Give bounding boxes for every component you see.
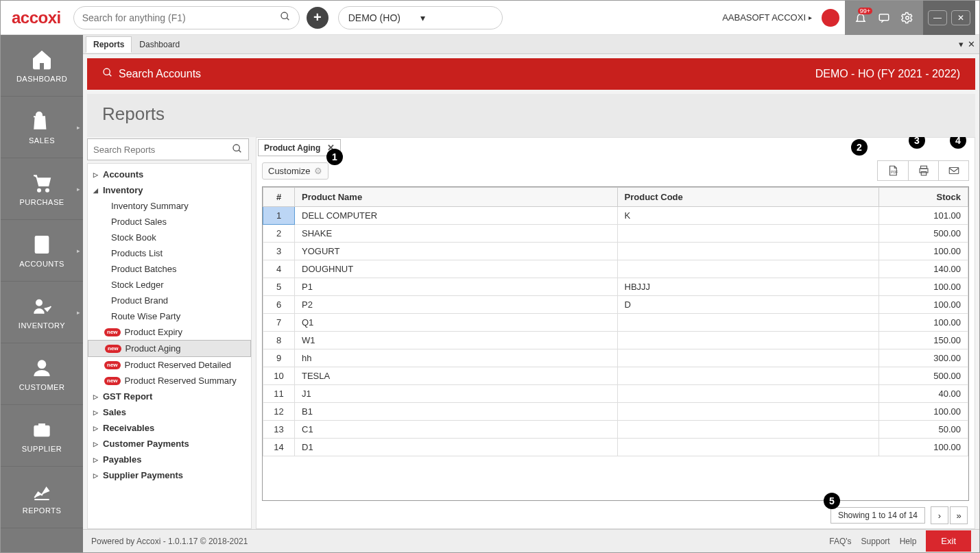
report-tab-label: Product Aging: [264, 143, 320, 153]
svg-point-12: [41, 248, 43, 250]
pager-last-button[interactable]: »: [950, 506, 968, 524]
tree-group[interactable]: ▷Customer Payments: [88, 436, 251, 452]
tree-item[interactable]: newProduct Reserved Summary: [88, 373, 251, 389]
tree-group[interactable]: ▷Receivables: [88, 420, 251, 436]
footer-help-link[interactable]: Help: [900, 537, 917, 546]
col-product-name[interactable]: Product Name: [295, 188, 618, 207]
nav-supplier[interactable]: SUPPLIER: [1, 405, 83, 467]
table-row[interactable]: 13C150.00: [263, 421, 968, 439]
tree-item[interactable]: Product Sales: [88, 214, 251, 230]
footer-faqs-link[interactable]: FAQ's: [829, 537, 851, 546]
tree-item[interactable]: newProduct Expiry: [88, 324, 251, 340]
tab-reports[interactable]: Reports: [86, 36, 132, 53]
svg-point-0: [281, 12, 287, 19]
banner-title[interactable]: Search Accounts: [119, 68, 201, 80]
nav-reports[interactable]: REPORTS: [1, 467, 83, 528]
tree-group[interactable]: ▷Accounts: [88, 167, 251, 182]
tree-group[interactable]: ▷GST Report: [88, 389, 251, 404]
tree-item[interactable]: Products List: [88, 245, 251, 261]
pager: 5 Showing 1 to 14 of 14 › »: [256, 502, 975, 528]
nav-inventory[interactable]: INVENTORY ▸: [1, 282, 83, 343]
cell-stock: 40.00: [879, 385, 968, 403]
footer-support-link[interactable]: Support: [861, 537, 890, 546]
tab-dashboard[interactable]: Dashboard: [132, 36, 187, 53]
tree-item[interactable]: newProduct Reserved Detailed: [88, 357, 251, 373]
col-product-code[interactable]: Product Code: [617, 188, 879, 207]
chevron-right-icon: ▸: [77, 309, 80, 316]
email-button[interactable]: [938, 161, 968, 180]
col-stock[interactable]: Stock: [879, 188, 968, 207]
tree-item[interactable]: Inventory Summary: [88, 198, 251, 214]
nav-purchase[interactable]: PURCHASE ▸: [1, 158, 83, 220]
table-row[interactable]: 8W1150.00: [263, 332, 968, 349]
table-row[interactable]: 5P1HBJJJ100.00: [263, 278, 968, 296]
customize-label: Customize: [268, 166, 310, 176]
search-icon[interactable]: [280, 11, 291, 24]
global-search-input[interactable]: [82, 12, 280, 23]
nav-sales[interactable]: SALES ▸: [1, 97, 83, 158]
tabstrip-menu-icon[interactable]: ▾: [959, 39, 964, 49]
tree-group[interactable]: ▷Sales: [88, 404, 251, 420]
table-row[interactable]: 6P2D100.00: [263, 296, 968, 314]
nav-label: PURCHASE: [19, 198, 64, 206]
col-index[interactable]: #: [263, 188, 295, 207]
print-button[interactable]: [908, 161, 938, 180]
table-row[interactable]: 9hh300.00: [263, 349, 968, 367]
table-row[interactable]: 1DELL COMPUTERK101.00: [263, 207, 968, 225]
cell-product-code: K: [617, 207, 879, 225]
cell-product-name: P1: [295, 278, 618, 296]
table-row[interactable]: 14D1100.00: [263, 439, 968, 456]
callout-1: 1: [326, 149, 343, 165]
tree-item-label: Stock Ledger: [111, 280, 246, 290]
search-icon[interactable]: [226, 143, 248, 156]
pager-next-button[interactable]: ›: [931, 506, 948, 524]
cell-product-name: C1: [295, 421, 618, 439]
data-grid[interactable]: # Product Name Product Code Stock 1DELL …: [262, 186, 969, 501]
table-row[interactable]: 2SHAKE500.00: [263, 225, 968, 243]
reports-search[interactable]: [87, 138, 249, 160]
svg-rect-7: [38, 239, 46, 242]
table-row[interactable]: 12B1100.00: [263, 403, 968, 421]
cell-index: 7: [263, 314, 295, 332]
reports-search-input[interactable]: [88, 145, 226, 155]
settings-icon[interactable]: [896, 6, 919, 29]
add-button[interactable]: +: [307, 7, 328, 29]
nav-customer[interactable]: CUSTOMER: [1, 343, 83, 405]
tree-item-label: Product Batches: [111, 264, 246, 274]
tree-group[interactable]: ▷Supplier Payments: [88, 467, 251, 483]
export-pdf-button[interactable]: PDF: [878, 161, 908, 180]
tree-item[interactable]: Stock Ledger: [88, 277, 251, 293]
tabstrip-close-icon[interactable]: ✕: [968, 39, 975, 49]
table-row[interactable]: 4DOUGHNUT140.00: [263, 260, 968, 278]
minimize-button[interactable]: —: [928, 10, 947, 25]
customize-button[interactable]: Customize ⚙: [262, 162, 328, 180]
notifications-icon[interactable]: [849, 6, 872, 29]
tree-group[interactable]: ◢Inventory: [88, 182, 251, 198]
tree-item[interactable]: Stock Book: [88, 230, 251, 245]
tree-group[interactable]: ▷Payables: [88, 452, 251, 467]
global-search[interactable]: [73, 6, 300, 29]
tree-item[interactable]: Product Brand: [88, 293, 251, 308]
table-row[interactable]: 3YOGURT100.00: [263, 243, 968, 260]
cell-product-name: J1: [295, 385, 618, 403]
table-row[interactable]: 11J140.00: [263, 385, 968, 403]
window-controls: — ✕: [923, 1, 975, 35]
nav-dashboard[interactable]: DASHBOARD: [1, 35, 83, 97]
company-dropdown[interactable]: DEMO (HO) ▾: [338, 6, 503, 29]
search-icon[interactable]: [102, 67, 113, 81]
tree-item[interactable]: Route Wise Party: [88, 308, 251, 324]
cell-product-code: [617, 421, 879, 439]
reports-tree[interactable]: ▷Accounts◢InventoryInventory SummaryProd…: [87, 163, 252, 529]
tree-item[interactable]: Product Batches: [88, 261, 251, 277]
nav-label: INVENTORY: [19, 321, 65, 330]
exit-button[interactable]: Exit: [926, 530, 971, 552]
cell-index: 3: [263, 243, 295, 260]
tree-item[interactable]: newProduct Aging: [88, 340, 251, 357]
table-row[interactable]: 10TESLA500.00: [263, 367, 968, 385]
user-menu[interactable]: AABASOFT ACCOXI ▸: [722, 12, 812, 23]
table-row[interactable]: 7Q1100.00: [263, 314, 968, 332]
close-button[interactable]: ✕: [951, 10, 970, 25]
nav-accounts[interactable]: ACCOUNTS ▸: [1, 220, 83, 282]
tree-group-label: Inventory: [103, 185, 246, 195]
chat-icon[interactable]: [872, 6, 896, 29]
